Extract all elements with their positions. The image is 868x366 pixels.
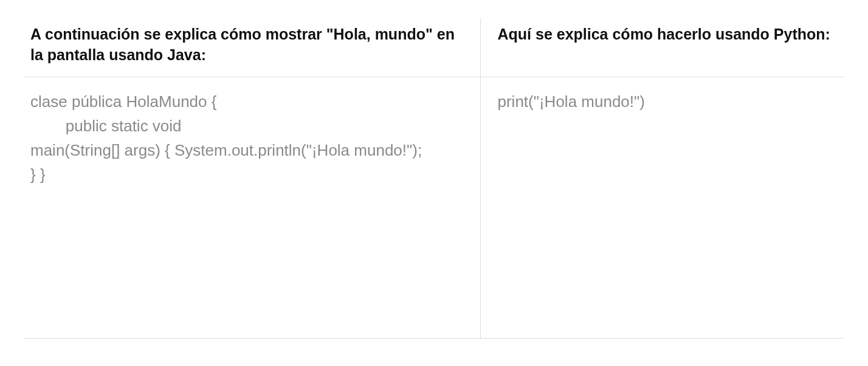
python-header: Aquí se explica cómo hacerlo usando Pyth… [480, 18, 844, 77]
table-row: clase pública HolaMundo { public static … [24, 77, 844, 338]
table-header-row: A continuación se explica cómo mostrar "… [24, 18, 844, 77]
python-code-cell: print("¡Hola mundo!") [480, 77, 844, 338]
code-comparison-table: A continuación se explica cómo mostrar "… [24, 18, 844, 339]
java-code-cell: clase pública HolaMundo { public static … [24, 77, 480, 338]
java-header: A continuación se explica cómo mostrar "… [24, 18, 480, 77]
